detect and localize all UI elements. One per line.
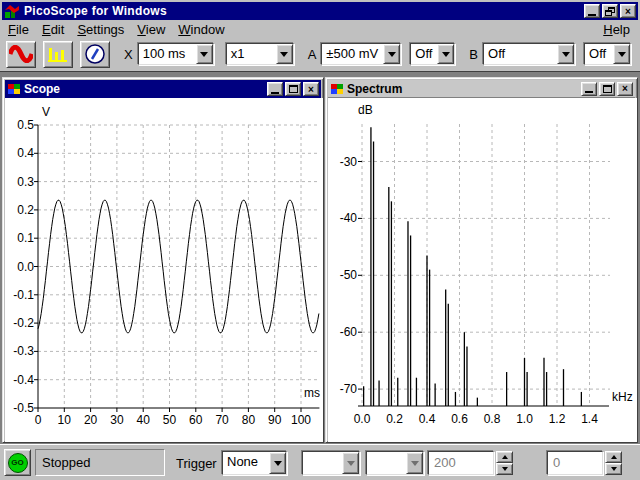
multiplier-combo[interactable]: x1 bbox=[226, 43, 294, 65]
svg-text:90: 90 bbox=[268, 413, 282, 427]
svg-text:100: 100 bbox=[291, 413, 311, 427]
spectrum-maximize-button[interactable] bbox=[599, 82, 615, 96]
svg-text:ms: ms bbox=[304, 386, 320, 400]
threshold-spinner[interactable] bbox=[496, 451, 513, 475]
spectrum-titlebar[interactable]: Spectrum × bbox=[328, 80, 635, 98]
scope-maximize-button[interactable] bbox=[285, 82, 301, 96]
svg-text:0.0: 0.0 bbox=[17, 260, 34, 274]
spectrum-window[interactable]: Spectrum × 0.00.20.40.60.81.01.21.4-30-4… bbox=[325, 77, 638, 443]
app-window: PicoScope for Windows × FileEditSettings… bbox=[0, 0, 640, 480]
svg-text:0.1: 0.1 bbox=[17, 231, 34, 245]
svg-text:70: 70 bbox=[215, 413, 229, 427]
restore-button[interactable] bbox=[602, 4, 618, 18]
scope-view-button[interactable] bbox=[6, 41, 36, 68]
timebase-dropdown-button[interactable] bbox=[196, 44, 213, 64]
status-text: Stopped bbox=[35, 449, 165, 476]
trigger-edge-value bbox=[367, 452, 406, 474]
delay-spinner[interactable] bbox=[605, 451, 622, 475]
chevron-down-icon bbox=[388, 52, 396, 57]
svg-text:0.2: 0.2 bbox=[17, 203, 34, 217]
arrow-up-icon bbox=[611, 455, 617, 459]
spectrum-minimize-button[interactable] bbox=[581, 82, 597, 96]
svg-text:-40: -40 bbox=[340, 211, 358, 225]
minimize-button[interactable] bbox=[584, 4, 600, 18]
chevron-down-icon bbox=[562, 52, 570, 57]
spin-up-button[interactable] bbox=[496, 451, 513, 463]
multiplier-value: x1 bbox=[227, 44, 276, 64]
trigger-channel-value bbox=[303, 452, 342, 474]
channel-a-mode-value: Off bbox=[411, 44, 437, 64]
maximize-icon bbox=[289, 85, 298, 93]
svg-text:-0.3: -0.3 bbox=[13, 344, 34, 358]
menu-items: FileEditSettingsViewWindow bbox=[2, 22, 225, 37]
channel-b-range-value: Off bbox=[484, 44, 557, 64]
meter-view-button[interactable] bbox=[80, 41, 110, 68]
svg-text:-70: -70 bbox=[340, 382, 358, 396]
close-button[interactable]: × bbox=[620, 4, 636, 18]
menu-settings[interactable]: Settings bbox=[77, 22, 124, 37]
scope-window-title: Scope bbox=[24, 82, 60, 96]
channel-a-range-dropdown-button[interactable] bbox=[383, 44, 400, 64]
timebase-combo[interactable]: 100 ms bbox=[138, 43, 214, 65]
channel-b-mode-combo[interactable]: Off bbox=[584, 43, 631, 65]
channel-a-range-value: ±500 mV bbox=[322, 44, 383, 64]
minimize-icon bbox=[271, 92, 279, 94]
status-bar: GO Stopped Trigger None 200 0 bbox=[0, 444, 640, 480]
channel-a-mode-combo[interactable]: Off bbox=[410, 43, 455, 65]
chevron-down-icon bbox=[274, 461, 282, 466]
scope-titlebar[interactable]: Scope × bbox=[5, 80, 321, 98]
spectrum-window-icon bbox=[330, 83, 344, 95]
channel-a-range-combo[interactable]: ±500 mV bbox=[321, 43, 401, 65]
spectrum-view-button[interactable] bbox=[43, 41, 73, 68]
channel-a-mode-dropdown-button[interactable] bbox=[437, 44, 454, 64]
trigger-delay-field: 0 bbox=[547, 451, 603, 475]
svg-text:1.4: 1.4 bbox=[581, 412, 598, 426]
channel-b-mode-dropdown-button[interactable] bbox=[613, 44, 630, 64]
svg-text:50: 50 bbox=[163, 413, 177, 427]
channel-b-range-combo[interactable]: Off bbox=[483, 43, 575, 65]
multiplier-dropdown-button[interactable] bbox=[276, 44, 293, 64]
scope-minimize-button[interactable] bbox=[267, 82, 283, 96]
x-label: X bbox=[124, 47, 133, 62]
trigger-edge-combo-disabled bbox=[366, 451, 424, 475]
chevron-down-icon bbox=[411, 461, 419, 466]
trigger-mode-combo[interactable]: None bbox=[222, 451, 287, 475]
trigger-dropdown-button[interactable] bbox=[269, 452, 286, 474]
go-button[interactable]: GO bbox=[4, 449, 31, 476]
chevron-down-icon bbox=[618, 52, 626, 57]
svg-text:dB: dB bbox=[358, 103, 373, 117]
svg-text:-60: -60 bbox=[340, 325, 358, 339]
spectrum-plot: 0.00.20.40.60.81.01.21.4-30-40-50-60-70d… bbox=[328, 98, 637, 442]
menu-file[interactable]: File bbox=[8, 22, 29, 37]
spin-down-button[interactable] bbox=[605, 463, 622, 475]
spin-up-button[interactable] bbox=[605, 451, 622, 463]
svg-text:0.4: 0.4 bbox=[419, 412, 436, 426]
svg-text:-50: -50 bbox=[340, 268, 358, 282]
spectrum-window-title: Spectrum bbox=[347, 82, 402, 96]
scope-window[interactable]: Scope × 01020304050607080901000.50.40.30… bbox=[2, 77, 324, 443]
menu-window[interactable]: Window bbox=[178, 22, 224, 37]
channel-b-range-dropdown-button[interactable] bbox=[557, 44, 574, 64]
menu-edit[interactable]: Edit bbox=[42, 22, 64, 37]
scope-close-button[interactable]: × bbox=[303, 82, 319, 96]
menu-view[interactable]: View bbox=[137, 22, 165, 37]
svg-text:0.0: 0.0 bbox=[354, 412, 371, 426]
spectrum-close-button[interactable]: × bbox=[617, 82, 633, 96]
titlebar[interactable]: PicoScope for Windows × bbox=[2, 2, 638, 20]
spin-down-button[interactable] bbox=[496, 463, 513, 475]
svg-text:1.0: 1.0 bbox=[516, 412, 533, 426]
arrow-up-icon bbox=[502, 455, 508, 459]
chevron-down-icon bbox=[200, 52, 208, 57]
trigger-channel-combo-disabled bbox=[302, 451, 360, 475]
scope-plot: 01020304050607080901000.50.40.30.20.10.0… bbox=[5, 98, 323, 442]
minimize-icon bbox=[588, 14, 596, 16]
mdi-area: Scope × 01020304050607080901000.50.40.30… bbox=[0, 71, 640, 444]
close-icon: × bbox=[308, 84, 314, 95]
svg-text:-0.4: -0.4 bbox=[13, 373, 34, 387]
minimize-icon bbox=[585, 91, 593, 93]
svg-text:-30: -30 bbox=[340, 155, 358, 169]
menu-help[interactable]: Help bbox=[603, 22, 630, 37]
channel-a-label: A bbox=[308, 47, 317, 62]
menubar: FileEditSettingsViewWindow Help bbox=[2, 21, 638, 38]
svg-text:0: 0 bbox=[35, 413, 42, 427]
